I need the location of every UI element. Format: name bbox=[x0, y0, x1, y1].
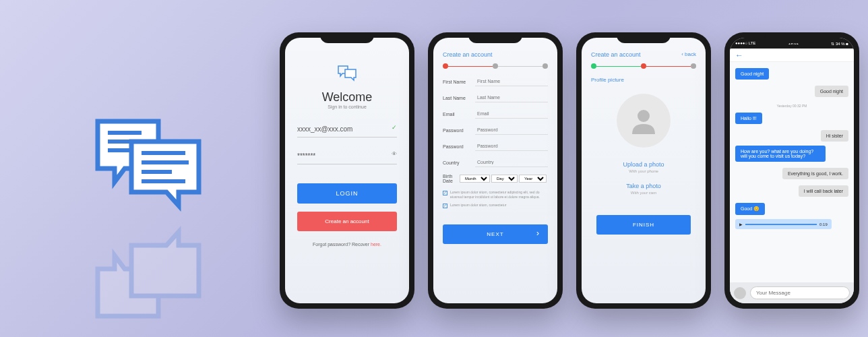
forgot-password-link[interactable]: Forgot password? Recover here. bbox=[297, 242, 397, 247]
date-separator: Yesterday 00:32 PM bbox=[735, 101, 848, 111]
signup-header: Create an account bbox=[443, 51, 548, 58]
message-out: Good night bbox=[735, 68, 769, 80]
terms-text-2: Lorem ipsum dolor sitom, consectetur bbox=[450, 203, 506, 208]
next-button[interactable]: NEXT bbox=[443, 224, 548, 244]
avatar-placeholder[interactable] bbox=[617, 94, 671, 148]
day-select[interactable]: Day bbox=[491, 175, 518, 183]
password-field[interactable]: ******* bbox=[297, 148, 397, 164]
progress-bar bbox=[591, 63, 696, 69]
message-in: Hi sister bbox=[821, 130, 848, 142]
first-name-input[interactable] bbox=[475, 77, 548, 86]
eye-icon[interactable]: 👁 bbox=[392, 151, 397, 157]
welcome-subtitle: Sign in to continue bbox=[297, 104, 397, 109]
phone-signup-mockup: Create an account First Name Last Name E… bbox=[428, 32, 563, 309]
terms-checkbox-1[interactable] bbox=[443, 191, 447, 195]
chat-logo-reflection bbox=[91, 216, 212, 326]
back-link[interactable]: ‹ back bbox=[681, 51, 696, 57]
terms-text-1: Lorem ipsum dolor sitom, consectetur adi… bbox=[450, 190, 548, 199]
chat-logo bbox=[91, 111, 212, 222]
message-out: How are you? what are you doing? will yo… bbox=[735, 146, 826, 162]
phone-chat-mockup: ●●●●○ LTE 19:01 ⇅ 34 % ■ ← Good night Go… bbox=[724, 32, 859, 309]
play-icon[interactable]: ▶ bbox=[739, 222, 743, 226]
app-icon bbox=[297, 65, 397, 85]
audio-message[interactable]: ▶ 0:19 bbox=[735, 219, 832, 229]
finish-button[interactable]: FINISH bbox=[596, 215, 691, 235]
profile-subtitle: Profile picture bbox=[591, 77, 696, 83]
login-button[interactable]: LOGIN bbox=[297, 183, 397, 204]
message-input[interactable] bbox=[750, 286, 850, 299]
first-name-label: First Name bbox=[443, 80, 475, 84]
back-icon[interactable]: ← bbox=[735, 51, 743, 60]
terms-checkbox-2[interactable] bbox=[443, 204, 447, 208]
phone-profile-mockup: Create an account ‹ back Profile picture… bbox=[576, 32, 711, 309]
last-name-input[interactable] bbox=[475, 93, 548, 102]
message-in: Everything is good, I work. bbox=[782, 168, 848, 179]
create-account-button[interactable]: Create an account bbox=[297, 212, 397, 231]
email-label: Email bbox=[443, 112, 475, 117]
mic-icon[interactable] bbox=[734, 287, 746, 299]
email-field[interactable]: xxxx_xx@xxx.com bbox=[297, 121, 397, 137]
month-select[interactable]: Month bbox=[460, 175, 490, 183]
password2-label: Password bbox=[443, 144, 475, 149]
message-in: Good night bbox=[815, 86, 848, 97]
year-select[interactable]: Year bbox=[519, 175, 547, 183]
svg-point-7 bbox=[638, 110, 650, 122]
password-label: Password bbox=[443, 128, 475, 133]
check-icon: ✓ bbox=[392, 124, 397, 131]
take-photo-link[interactable]: Take a photo bbox=[591, 183, 696, 189]
last-name-label: Last Name bbox=[443, 96, 475, 100]
message-out: Hallo !!! bbox=[735, 113, 762, 124]
password-input[interactable] bbox=[475, 125, 548, 135]
country-input[interactable] bbox=[475, 158, 548, 167]
country-label: Country bbox=[443, 160, 475, 165]
profile-header: Create an account bbox=[591, 51, 696, 58]
chat-header: ← bbox=[730, 49, 854, 62]
welcome-title: Welcome bbox=[297, 90, 397, 104]
password2-input[interactable] bbox=[475, 142, 548, 151]
progress-bar bbox=[443, 63, 548, 69]
birth-label: Birth Date bbox=[443, 174, 460, 183]
message-out: Good 😊 bbox=[735, 203, 765, 215]
phone-login-mockup: Welcome Sign in to continue xxxx_xx@xxx.… bbox=[280, 32, 414, 309]
upload-photo-link[interactable]: Upload a photo bbox=[591, 161, 696, 168]
message-in: I will call back later bbox=[799, 185, 848, 197]
upload-sub: With your phone bbox=[591, 169, 696, 173]
email-input[interactable] bbox=[475, 109, 548, 119]
take-sub: With your cam bbox=[591, 191, 696, 195]
